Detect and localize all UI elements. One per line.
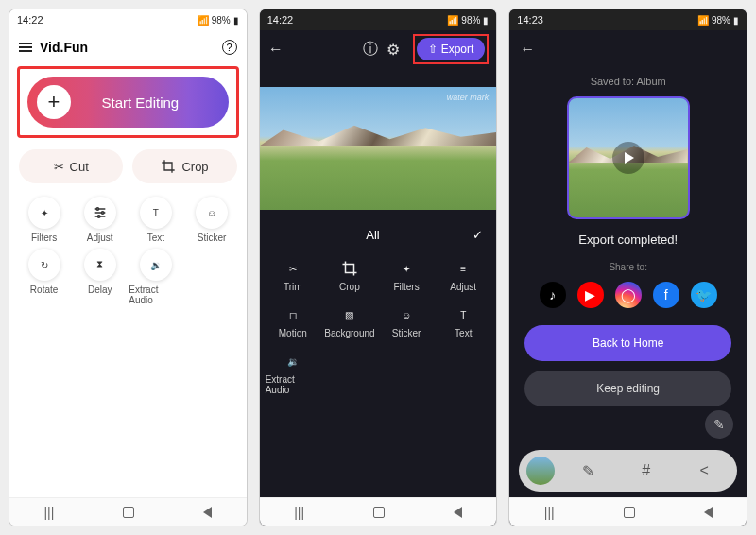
- back-to-home-label: Back to Home: [593, 337, 663, 350]
- share-action-icon[interactable]: <: [679, 462, 730, 479]
- android-navbar: |||: [509, 497, 747, 526]
- back-arrow-icon[interactable]: ←: [519, 41, 536, 58]
- rotate-label: Rotate: [30, 285, 58, 295]
- cut-button[interactable]: ✂ Cut: [19, 149, 123, 183]
- crop-tool[interactable]: Crop: [322, 259, 377, 292]
- bg-label: Background: [324, 328, 374, 338]
- sticker-tool[interactable]: ☺Sticker: [185, 197, 239, 243]
- extract-audio-tool[interactable]: 🔉Extract Audio: [266, 352, 320, 395]
- adjust-tool[interactable]: ≡Adjust: [436, 259, 490, 292]
- battery-icon: ▮: [733, 15, 739, 26]
- text-tool[interactable]: TText: [129, 197, 182, 243]
- scissors-icon: ✂: [54, 160, 64, 174]
- video-preview[interactable]: water mark: [260, 87, 497, 210]
- rotate-icon: ↻: [28, 249, 60, 281]
- motion-icon: ◻: [284, 305, 302, 324]
- audio-icon: 🔉: [140, 249, 172, 281]
- crop-button[interactable]: Crop: [132, 149, 236, 183]
- filters-tool[interactable]: ✦Filters: [17, 197, 71, 243]
- nav-home[interactable]: [373, 507, 385, 518]
- facebook-icon[interactable]: f: [653, 282, 679, 308]
- cut-label: Cut: [70, 160, 89, 174]
- nav-recents[interactable]: |||: [43, 505, 54, 520]
- adjust-icon: [84, 197, 116, 229]
- highlight-box-start: + Start Editing: [17, 66, 239, 138]
- text-label: Text: [147, 233, 164, 243]
- float-action-button[interactable]: ✎: [705, 410, 733, 439]
- gear-icon[interactable]: ⚙: [385, 41, 402, 58]
- help-icon[interactable]: ?: [222, 40, 237, 55]
- start-editing-button[interactable]: + Start Editing: [27, 77, 229, 128]
- delay-tool[interactable]: ⧗Delay: [73, 249, 127, 305]
- motion-tool[interactable]: ◻Motion: [266, 305, 320, 338]
- adjust-icon: ≡: [454, 259, 472, 278]
- filters-tool[interactable]: ✦Filters: [379, 259, 434, 292]
- text-icon: T: [454, 305, 472, 324]
- smile-icon: ☺: [397, 305, 416, 324]
- export-toolbar: ←: [509, 30, 747, 68]
- status-time: 14:23: [517, 14, 543, 26]
- status-bar: 14:23 📶 98% ▮: [509, 9, 747, 30]
- text-label: Text: [455, 328, 472, 338]
- extract-audio-tool[interactable]: 🔉Extract Audio: [129, 249, 182, 305]
- share-to-label: Share to:: [609, 262, 647, 272]
- edit-action-icon[interactable]: ✎: [562, 462, 613, 480]
- status-time: 14:22: [17, 14, 43, 26]
- highlight-box-export: ⇧ Export: [413, 34, 490, 64]
- nav-back[interactable]: [454, 507, 462, 518]
- category-bar: All ✓: [260, 219, 497, 250]
- sticker-label: Sticker: [392, 328, 421, 338]
- editor-toolbar: ← ⓘ ⚙ ⇧ Export: [260, 30, 497, 68]
- sticker-tool[interactable]: ☺Sticker: [379, 305, 434, 338]
- export-icon: ⇧: [428, 43, 438, 56]
- keep-editing-label: Keep editing: [596, 382, 660, 395]
- nav-recents[interactable]: |||: [544, 505, 555, 520]
- app-title: Vid.Fun: [40, 40, 222, 55]
- watermark-text: water mark: [447, 93, 490, 102]
- delay-label: Delay: [88, 285, 112, 295]
- status-right: 📶 98% ▮: [697, 15, 739, 26]
- export-button[interactable]: ⇧ Export: [417, 38, 486, 60]
- thumbnail-small[interactable]: [526, 457, 555, 485]
- wifi-icon: 📶: [447, 15, 458, 26]
- adjust-label: Adjust: [87, 233, 113, 243]
- instagram-icon[interactable]: ◯: [615, 282, 642, 308]
- menu-icon[interactable]: [19, 41, 32, 54]
- battery-icon: ▮: [483, 15, 489, 26]
- text-tool[interactable]: TText: [436, 305, 490, 338]
- video-thumbnail[interactable]: [567, 96, 690, 219]
- nav-home[interactable]: [123, 507, 134, 518]
- background-tool[interactable]: ▨Background: [322, 305, 377, 338]
- screen-home: 14:22 📶 98% ▮ Vid.Fun ? + Start Editing …: [9, 9, 247, 526]
- back-arrow-icon[interactable]: ←: [267, 41, 284, 58]
- crop-label: Crop: [339, 282, 360, 292]
- start-editing-label: Start Editing: [71, 95, 210, 111]
- nav-back[interactable]: [704, 507, 713, 518]
- battery-text: 98%: [712, 15, 730, 26]
- sparkle-icon: ✦: [28, 197, 60, 229]
- nav-back[interactable]: [203, 507, 212, 518]
- check-icon[interactable]: ✓: [472, 228, 483, 242]
- editor-tools-grid: ✂Trim Crop ✦Filters ≡Adjust ◻Motion ▨Bac…: [260, 250, 497, 405]
- text-icon: T: [140, 197, 172, 229]
- tiktok-icon[interactable]: ♪: [540, 282, 566, 308]
- status-bar: 14:22 📶 98% ▮: [260, 9, 497, 30]
- category-all[interactable]: All: [273, 228, 473, 242]
- screen-editor: 14:22 📶 98% ▮ ← ⓘ ⚙ ⇧ Export water mark …: [260, 9, 497, 526]
- youtube-icon[interactable]: ▶: [577, 282, 604, 308]
- filters-label: Filters: [31, 233, 57, 243]
- share-row: ♪ ▶ ◯ f 🐦: [540, 282, 717, 308]
- tools-grid: ✦Filters Adjust TText ☺Sticker ↻Rotate ⧗…: [9, 187, 247, 315]
- nav-recents[interactable]: |||: [294, 505, 304, 520]
- adjust-tool[interactable]: Adjust: [73, 197, 127, 243]
- rotate-tool[interactable]: ↻Rotate: [17, 249, 71, 305]
- motion-label: Motion: [279, 328, 307, 338]
- keep-editing-button[interactable]: Keep editing: [524, 371, 731, 406]
- status-right: 📶 98% ▮: [447, 15, 489, 26]
- help-icon[interactable]: ⓘ: [362, 41, 379, 58]
- trim-tool[interactable]: ✂Trim: [266, 259, 320, 292]
- back-to-home-button[interactable]: Back to Home: [524, 325, 731, 361]
- twitter-icon[interactable]: 🐦: [691, 282, 717, 308]
- nav-home[interactable]: [624, 507, 635, 518]
- hash-action-icon[interactable]: #: [621, 462, 672, 479]
